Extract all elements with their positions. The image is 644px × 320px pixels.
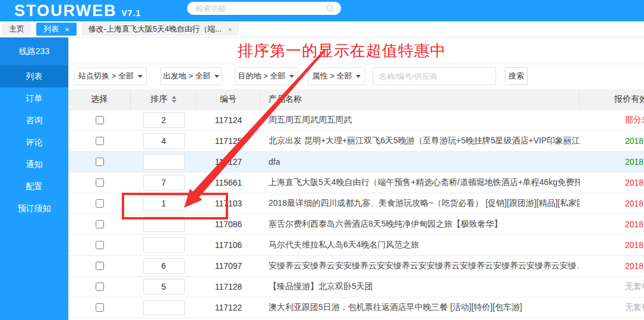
sort-input[interactable] xyxy=(143,133,185,149)
sort-input[interactable] xyxy=(143,196,185,211)
sidebar-item-comments[interactable]: 评论 xyxy=(0,131,68,153)
header-name: 产品名称 xyxy=(260,89,580,109)
chevron-down-icon xyxy=(214,75,219,78)
sidebar: 线路233 列表 订单 咨询 评论 通知 配置 预订须知 xyxy=(0,37,68,320)
table-row: 117103 2018最详细的四川成都九寨、美食游玩攻略~（吃货必看） [促销]… xyxy=(68,193,644,214)
table-row: 117125 北京出发 昆明+大理+丽江双飞6天5晚游（至尊游玩+5晚挂牌5星级… xyxy=(68,131,644,152)
quote-validity: 2018- xyxy=(625,157,644,167)
sidebar-title: 线路233 xyxy=(0,37,68,65)
sidebar-item-booking-notes[interactable]: 预订须知 xyxy=(0,197,68,219)
sort-input[interactable] xyxy=(143,154,185,170)
product-code: 117124 xyxy=(197,110,260,130)
destination-filter-dropdown[interactable]: 目的地 > 全部 xyxy=(235,67,298,85)
search-icon xyxy=(326,4,335,13)
sort-input[interactable] xyxy=(143,279,185,294)
attribute-filter-label: 属性 > 全部 xyxy=(312,71,352,81)
product-name: 安缦养云安缦养云安安缦养云安安缦养云安安缦养云安缦养云安缦养云安缦养云安缦… xyxy=(269,261,580,271)
tab-edit-product[interactable]: 修改-上海直飞大阪5天4晚自由行（端... × xyxy=(81,23,239,36)
sort-input[interactable] xyxy=(143,175,185,190)
departure-filter-dropdown[interactable]: 出发地 > 全部 xyxy=(160,67,222,85)
tab-list-label: 列表 xyxy=(43,23,59,36)
product-code: 117103 xyxy=(197,193,260,214)
sidebar-item-orders[interactable]: 订单 xyxy=(0,87,68,109)
attribute-filter-dropdown[interactable]: 属性 > 全部 xyxy=(308,67,365,85)
chevron-down-icon xyxy=(138,75,143,78)
sort-icon[interactable] xyxy=(172,96,176,103)
product-name: 澳大利亚跟团5日游，包机票往返酒店早中晚三餐 [活动][特价][包车游] xyxy=(269,302,522,313)
row-checkbox[interactable] xyxy=(96,158,104,166)
product-code: 117106 xyxy=(197,235,260,255)
destination-filter-label: 目的地 > 全部 xyxy=(238,71,286,81)
table-row: 117128 【臻品慢游】北京双卧5天团 无套餐 xyxy=(68,277,644,297)
product-name: 塞舌尔费利西泰岛六善酒店8天5晚纯净伊甸园之旅【极致奢华】 xyxy=(269,219,503,230)
header-select: 选择 xyxy=(68,89,131,109)
quote-validity: 2018- xyxy=(625,178,644,187)
row-checkbox[interactable] xyxy=(96,262,104,270)
sidebar-item-notices[interactable]: 通知 xyxy=(0,153,68,175)
tab-home-label: 主页 xyxy=(9,23,24,36)
quote-validity: 2018- xyxy=(625,199,644,208)
main-content: 排序第一的显示在超值特惠中 站点切换 > 全部 出发地 > 全部 目的地 > 全… xyxy=(68,37,644,320)
site-filter-dropdown[interactable]: 站点切换 > 全部 xyxy=(74,67,147,85)
quote-validity: 2018- xyxy=(625,136,644,146)
global-search[interactable] xyxy=(187,2,341,15)
header-sort-label: 排序 xyxy=(151,94,168,105)
site-filter-label: 站点切换 > 全部 xyxy=(78,71,134,81)
close-icon[interactable]: × xyxy=(65,26,70,33)
global-search-input[interactable] xyxy=(195,4,326,13)
product-name: 2018最详细的四川成都九寨、美食游玩攻略~（吃货必看） [促销][跟团游][精… xyxy=(269,198,580,209)
quote-validity: 2018- xyxy=(625,261,644,271)
product-name: 上海直飞大阪5天4晚自由行（端午预售+精选心斋桥/道顿堀地铁酒店+单程46kg免… xyxy=(269,177,580,188)
chevron-down-icon xyxy=(356,75,361,78)
sort-input[interactable] xyxy=(143,237,185,253)
header-validity: 报价有效期 xyxy=(580,89,644,109)
row-checkbox[interactable] xyxy=(96,241,104,249)
quote-validity: 2018- xyxy=(625,219,644,229)
row-checkbox[interactable] xyxy=(96,303,104,312)
row-checkbox[interactable] xyxy=(96,178,104,187)
quote-validity: 无套餐 xyxy=(625,302,644,313)
table-row: 117127 dfa 2018- xyxy=(68,152,644,172)
sort-input[interactable] xyxy=(143,217,185,232)
tab-edit-label: 修改-上海直飞大阪5天4晚自由行（端... xyxy=(89,23,222,36)
header-code: 编号 xyxy=(197,89,260,109)
chevron-down-icon xyxy=(289,75,294,78)
product-code: 117086 xyxy=(197,214,260,234)
tab-home[interactable]: 主页 xyxy=(2,23,31,36)
table-row: 117106 马尔代夫维拉私人岛6天4晚名门风范之旅 2018- xyxy=(68,235,644,256)
logo-text: STOURWEB xyxy=(14,0,117,21)
search-button[interactable]: 搜索 xyxy=(505,67,528,85)
sidebar-item-settings[interactable]: 配置 xyxy=(0,175,68,197)
filter-bar: 站点切换 > 全部 出发地 > 全部 目的地 > 全部 属性 > 全部 搜索 xyxy=(68,64,644,89)
table-row: 117086 塞舌尔费利西泰岛六善酒店8天5晚纯净伊甸园之旅【极致奢华】 201… xyxy=(68,214,644,235)
header-sort[interactable]: 排序 xyxy=(131,89,197,109)
quote-validity: 无套餐 xyxy=(625,281,644,292)
close-icon[interactable]: × xyxy=(228,26,232,33)
row-checkbox[interactable] xyxy=(96,283,104,291)
tab-bar: 主页 列表 × 修改-上海直飞大阪5天4晚自由行（端... × xyxy=(0,21,644,37)
tab-list[interactable]: 列表 × xyxy=(36,23,77,36)
product-code: 115661 xyxy=(197,172,260,193)
logo: STOURWEB V7.1 xyxy=(14,0,141,21)
product-name: 马尔代夫维拉私人岛6天4晚名门风范之旅 xyxy=(269,240,419,250)
product-code: 117097 xyxy=(197,256,260,276)
keyword-input[interactable] xyxy=(372,67,496,85)
row-checkbox[interactable] xyxy=(96,137,104,145)
sort-input[interactable] xyxy=(143,300,185,315)
product-name: 周五周五周武周五周武 xyxy=(269,115,352,126)
sidebar-item-list[interactable]: 列表 xyxy=(0,65,68,87)
table-row: 115661 上海直飞大阪5天4晚自由行（端午预售+精选心斋桥/道顿堀地铁酒店+… xyxy=(68,172,644,193)
product-name: 【臻品慢游】北京双卧5天团 xyxy=(269,281,373,292)
row-checkbox[interactable] xyxy=(96,116,104,124)
sort-input[interactable] xyxy=(143,258,185,274)
sort-input[interactable] xyxy=(143,112,185,128)
product-name: 北京出发 昆明+大理+丽江双飞6天5晚游（至尊游玩+5晚挂牌5星级酒店+VIP印… xyxy=(269,136,580,146)
product-code: 117125 xyxy=(197,131,260,151)
table-header: 选择 排序 编号 产品名称 报价有效期 xyxy=(68,89,644,110)
product-code: 117127 xyxy=(197,152,260,172)
version-label: V7.1 xyxy=(122,8,141,18)
sidebar-item-consult[interactable]: 咨询 xyxy=(0,109,68,131)
annotation-text: 排序第一的显示在超值特惠中 xyxy=(238,40,446,61)
row-checkbox[interactable] xyxy=(96,220,104,228)
row-checkbox[interactable] xyxy=(96,199,104,208)
